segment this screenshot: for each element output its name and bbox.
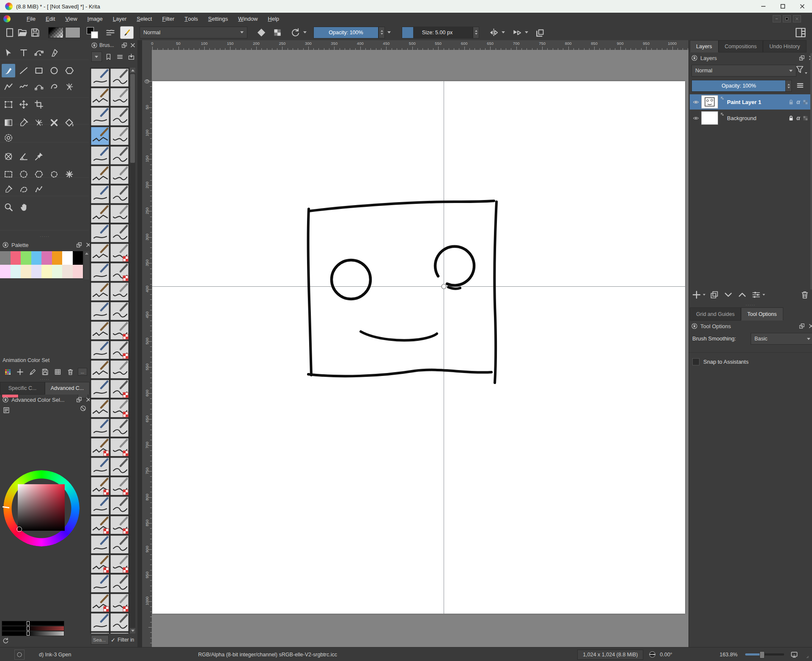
brush-preset-thumbnail[interactable] [110, 612, 129, 632]
lock-docker-icon[interactable] [2, 241, 9, 248]
menu-filter[interactable]: Filter [157, 13, 179, 25]
brush-preset-thumbnail[interactable] [90, 359, 110, 379]
tab-layers[interactable]: Layers [690, 40, 719, 52]
brush-preset-thumbnail[interactable] [110, 243, 129, 263]
layer-lock-icon[interactable] [787, 99, 795, 106]
close-docker-icon[interactable] [808, 323, 812, 329]
float-docker-icon[interactable] [76, 241, 82, 248]
saturation-value-square[interactable] [18, 484, 65, 531]
wrap-dropdown-caret[interactable] [525, 31, 528, 33]
brush-preset-thumbnail[interactable] [110, 554, 129, 574]
menu-settings[interactable]: Settings [203, 13, 233, 25]
scroll-up-icon[interactable] [130, 68, 135, 73]
close-button[interactable] [793, 0, 812, 13]
save-document-icon[interactable] [29, 27, 41, 38]
tab-tool-options[interactable]: Tool Options [741, 307, 783, 321]
scroll-down-icon[interactable] [130, 628, 135, 634]
delete-color-icon[interactable] [65, 367, 75, 377]
brush-preset-thumbnail[interactable] [90, 535, 110, 554]
tool-multibrush[interactable] [63, 80, 76, 93]
brush-preset-thumbnail[interactable] [110, 262, 129, 282]
size-spinner[interactable] [473, 27, 479, 38]
zoom-slider[interactable] [745, 653, 784, 656]
palette-swatch[interactable] [41, 251, 52, 265]
palette-swatch[interactable] [0, 251, 11, 265]
layer-opacity-slider[interactable]: Opacity: 100% [691, 80, 786, 92]
brush-preset-thumbnail[interactable] [90, 204, 110, 224]
brush-preset-thumbnail[interactable] [90, 379, 110, 399]
brush-preset-thumbnail[interactable] [90, 554, 110, 574]
lock-docker-icon[interactable] [91, 42, 98, 49]
palette-swatch[interactable] [73, 265, 83, 278]
brush-preset-thumbnail[interactable] [90, 593, 110, 613]
tool-text[interactable] [17, 46, 30, 60]
maximize-button[interactable] [773, 0, 793, 13]
tool-fill[interactable] [63, 116, 76, 129]
tool-select-rect[interactable] [2, 167, 15, 181]
properties-caret[interactable] [763, 294, 765, 296]
brush-preset-thumbnail[interactable] [90, 340, 110, 360]
shade-strip-3[interactable] [2, 631, 64, 636]
mirror-dropdown-caret[interactable] [502, 31, 505, 33]
brush-settings-editor-icon[interactable] [104, 27, 117, 38]
minimize-button[interactable] [754, 0, 773, 13]
brush-preset-thumbnail[interactable] [90, 145, 110, 165]
preserve-alpha-icon[interactable] [271, 27, 284, 38]
float-docker-icon[interactable] [121, 42, 128, 49]
brush-preset-thumbnail[interactable] [110, 515, 129, 535]
tool-bezier-curve[interactable] [32, 80, 46, 93]
tag-dropdown-button[interactable] [91, 52, 102, 62]
brush-preset-thumbnail[interactable] [110, 496, 129, 516]
float-docker-icon[interactable] [76, 396, 82, 403]
docker-drag-handle[interactable]: ····· [0, 378, 90, 381]
tool-polyline[interactable] [2, 80, 15, 93]
brush-preset-thumbnail[interactable] [110, 68, 129, 88]
tool-calligraphy[interactable] [47, 46, 61, 60]
tool-smart-patch[interactable] [47, 116, 61, 129]
brush-preset-thumbnail[interactable] [110, 379, 129, 399]
tab-undo-history[interactable]: Undo History [763, 40, 806, 52]
layer-inherit-alpha-icon[interactable] [802, 115, 809, 122]
size-slider[interactable]: Size: 5.00 px [402, 27, 473, 38]
layer-row-background[interactable]: Backgroundα [690, 110, 812, 126]
lock-docker-icon[interactable] [2, 396, 9, 403]
menu-layer[interactable]: Layer [108, 13, 132, 25]
tool-dynamic-brush[interactable] [17, 80, 30, 93]
brush-preset-thumbnail[interactable] [110, 282, 129, 302]
delete-layer-icon[interactable] [800, 290, 810, 300]
tool-select-freehand[interactable] [47, 167, 61, 181]
brush-preset-thumbnail[interactable] [110, 340, 129, 360]
fit-to-screen-icon[interactable] [790, 650, 798, 659]
brush-preset-thumbnail[interactable] [90, 107, 110, 126]
palette-swatch[interactable] [31, 265, 42, 278]
tool-move[interactable] [17, 98, 30, 111]
close-docker-icon[interactable] [129, 42, 136, 49]
refresh-shades-icon[interactable] [2, 637, 9, 645]
layer-lock-icon[interactable] [787, 115, 795, 122]
palette-swatch[interactable] [41, 265, 52, 278]
brush-search-input[interactable]: Sea... [91, 635, 109, 645]
brush-preset-thumbnail[interactable] [90, 437, 110, 457]
tab-advanced-color-selector[interactable]: Advanced C... [45, 382, 90, 395]
brush-preset-thumbnail[interactable] [110, 126, 129, 146]
float-docker-icon[interactable] [798, 323, 805, 329]
canvas-viewport[interactable] [152, 50, 689, 647]
palette-swatch[interactable] [11, 251, 21, 265]
shade-strip-2[interactable] [2, 626, 64, 631]
tool-freehand-brush[interactable] [2, 64, 15, 77]
brush-preset-thumbnail[interactable] [90, 282, 110, 302]
tool-rectangle[interactable] [32, 64, 46, 77]
tool-line[interactable] [17, 64, 30, 77]
brush-preset-chooser-button[interactable] [120, 26, 134, 39]
brush-preset-thumbnail[interactable] [110, 184, 129, 204]
brush-preset-thumbnail[interactable] [90, 165, 110, 185]
import-resource-icon[interactable] [127, 52, 136, 62]
bookmark-tag-icon[interactable] [104, 52, 113, 62]
brush-preset-thumbnail[interactable] [90, 126, 110, 146]
new-document-icon[interactable] [3, 27, 16, 38]
lock-docker-icon[interactable] [691, 323, 698, 329]
gradient-chooser[interactable] [48, 27, 63, 38]
layer-filter-funnel-icon[interactable] [795, 64, 805, 75]
palette-swatch[interactable] [21, 251, 31, 265]
opacity-slider[interactable]: Opacity: 100% [313, 27, 379, 38]
